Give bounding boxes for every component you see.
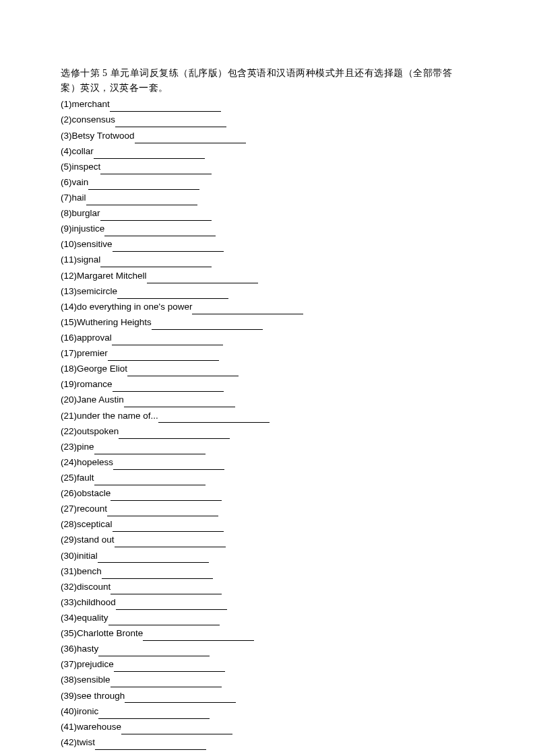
answer-blank[interactable] [94, 476, 206, 485]
vocab-item: (12)Margaret Mitchell [61, 269, 474, 283]
vocab-label: (20)Jane Austin [61, 393, 124, 407]
vocab-item: (32)discount [61, 580, 474, 594]
vocab-label: (5)inspect [61, 160, 100, 174]
vocab-item: (11)signal [61, 253, 474, 267]
answer-blank[interactable] [158, 413, 270, 423]
answer-blank[interactable] [88, 180, 199, 190]
vocab-label: (29)stand out [61, 533, 115, 547]
vocab-label: (22)outspoken [61, 425, 119, 439]
answer-blank[interactable] [112, 336, 223, 345]
answer-blank[interactable] [111, 678, 222, 687]
vocab-item: (30)initial [61, 549, 474, 563]
answer-blank[interactable] [98, 710, 210, 719]
vocab-item: (18)George Eliot [61, 362, 474, 376]
title-line-1: 选修十第 5 单元单词反复练（乱序版）包含英语和汉语两种模式并且还有选择题（全部… [61, 66, 474, 81]
answer-blank[interactable] [100, 211, 212, 221]
worksheet-title: 选修十第 5 单元单词反复练（乱序版）包含英语和汉语两种模式并且还有选择题（全部… [61, 66, 474, 95]
vocab-item: (2)consensus [61, 113, 474, 127]
vocab-item: (26)obstacle [61, 487, 474, 501]
vocab-item: (20)Jane Austin [61, 393, 474, 407]
answer-blank[interactable] [115, 538, 226, 547]
answer-blank[interactable] [116, 600, 227, 610]
answer-blank[interactable] [100, 258, 212, 267]
vocab-label: (40)ironic [61, 705, 98, 719]
vocab-item: (36)hasty [61, 642, 474, 656]
vocab-label: (31)bench [61, 565, 102, 579]
vocab-label: (36)hasty [61, 642, 98, 656]
answer-blank[interactable] [127, 367, 239, 376]
title-line-2: 案）英汉，汉英各一套。 [61, 81, 474, 96]
answer-blank[interactable] [86, 196, 197, 205]
vocab-label: (39)see through [61, 689, 125, 703]
vocab-item: (23)pine [61, 440, 474, 454]
answer-blank[interactable] [119, 429, 230, 439]
vocab-label: (8)burglar [61, 207, 100, 221]
answer-blank[interactable] [95, 741, 206, 750]
answer-blank[interactable] [94, 445, 206, 454]
vocab-item: (15)Wuthering Heights [61, 316, 474, 330]
vocab-label: (11)signal [61, 253, 100, 267]
answer-blank[interactable] [124, 398, 235, 407]
vocab-label: (13)semicircle [61, 285, 117, 299]
vocab-label: (23)pine [61, 440, 94, 454]
answer-blank[interactable] [135, 134, 246, 143]
vocab-label: (42)twist [61, 736, 95, 750]
answer-blank[interactable] [147, 274, 258, 283]
vocab-label: (32)discount [61, 580, 111, 594]
vocab-item: (34)equality [61, 611, 474, 625]
answer-blank[interactable] [108, 616, 220, 625]
vocab-label: (1)merchant [61, 98, 110, 112]
answer-blank[interactable] [102, 570, 213, 579]
answer-blank[interactable] [192, 305, 303, 314]
vocab-label: (7)hail [61, 191, 86, 205]
vocab-label: (19)romance [61, 378, 113, 392]
vocab-label: (14)do everything in one's power [61, 300, 192, 314]
vocab-item: (1)merchant [61, 98, 474, 112]
vocab-item: (6)vain [61, 176, 474, 190]
vocab-label: (25)fault [61, 471, 94, 485]
answer-blank[interactable] [111, 491, 222, 501]
answer-blank[interactable] [113, 382, 224, 392]
vocab-item: (40)ironic [61, 705, 474, 719]
vocab-label: (26)obstacle [61, 487, 111, 501]
vocab-item: (17)premier [61, 347, 474, 361]
answer-blank[interactable] [114, 662, 225, 672]
vocab-label: (3)Betsy Trotwood [61, 129, 135, 143]
answer-blank[interactable] [143, 631, 254, 641]
vocab-item: (16)approval [61, 331, 474, 345]
vocab-item: (13)semicircle [61, 285, 474, 299]
answer-blank[interactable] [111, 585, 222, 594]
answer-blank[interactable] [98, 647, 210, 656]
answer-blank[interactable] [110, 102, 221, 112]
answer-blank[interactable] [115, 118, 226, 127]
answer-blank[interactable] [94, 149, 205, 159]
answer-blank[interactable] [107, 507, 218, 516]
answer-blank[interactable] [113, 522, 224, 532]
vocab-label: (18)George Eliot [61, 362, 127, 376]
answer-blank[interactable] [98, 553, 209, 563]
vocab-label: (21)under the name of... [61, 409, 158, 423]
vocab-item: (5)inspect [61, 160, 474, 174]
answer-blank[interactable] [125, 693, 236, 703]
vocab-item: (27)recount [61, 502, 474, 516]
vocab-item: (8)burglar [61, 207, 474, 221]
vocab-label: (4)collar [61, 145, 94, 159]
answer-blank[interactable] [152, 320, 263, 330]
vocab-item: (19)romance [61, 378, 474, 392]
answer-blank[interactable] [113, 242, 224, 252]
answer-blank[interactable] [104, 227, 216, 236]
vocab-label: (34)equality [61, 611, 108, 625]
answer-blank[interactable] [100, 165, 212, 174]
answer-blank[interactable] [113, 460, 224, 470]
vocab-label: (16)approval [61, 331, 112, 345]
answer-blank[interactable] [108, 351, 219, 361]
vocab-item: (28)sceptical [61, 518, 474, 532]
vocab-label: (38)sensible [61, 673, 111, 687]
vocab-label: (24)hopeless [61, 456, 113, 470]
answer-blank[interactable] [121, 725, 232, 734]
answer-blank[interactable] [117, 289, 228, 299]
vocab-item: (14)do everything in one's power [61, 300, 474, 314]
vocab-item: (35)Charlotte Bronte [61, 627, 474, 641]
vocab-item: (25)fault [61, 471, 474, 485]
vocab-item: (7)hail [61, 191, 474, 205]
